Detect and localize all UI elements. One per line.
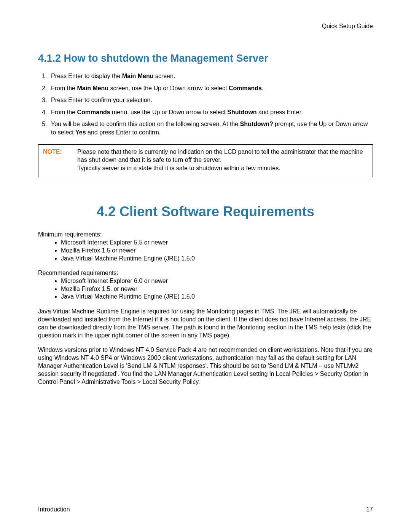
rec-requirements-list: Microsoft Internet Explorer 6.0 or newer…	[38, 277, 373, 301]
paragraph-windows: Windows versions prior to Windows NT 4.0…	[38, 346, 373, 386]
min-requirements-list: Microsoft Internet Explorer 5.5 or newer…	[38, 239, 373, 262]
footer-page-number: 17	[366, 506, 373, 513]
min-requirements-label: Minimum requirements:	[38, 231, 373, 238]
step-item: Press Enter to confirm your selection.	[49, 96, 373, 104]
paragraph-jre: Java Virtual Machine Runtime Engine is r…	[38, 308, 373, 339]
note-text: Please note that there is currently no i…	[77, 148, 368, 173]
footer-left: Introduction	[38, 506, 70, 513]
list-item: Mozilla Firefox 1.5. or newer	[61, 285, 373, 293]
step-item: From the Commands menu, use the Up or Do…	[49, 108, 373, 117]
list-item: Microsoft Internet Explorer 6.0 or newer	[61, 277, 373, 285]
note-label: NOTE:	[43, 148, 77, 156]
heading-4-2: 4.2 Client Software Requirements	[38, 204, 373, 220]
document-page: Quick Setup Guide 4.1.2 How to shutdown …	[0, 0, 411, 532]
page-footer: Introduction 17	[38, 506, 373, 513]
shutdown-steps-list: Press Enter to display the Main Menu scr…	[38, 72, 373, 137]
rec-requirements-label: Recommended requirements:	[38, 270, 373, 276]
heading-4-1-2: 4.1.2 How to shutdown the Management Ser…	[38, 53, 373, 64]
step-item: From the Main Menu screen, use the Up or…	[49, 84, 373, 93]
list-item: Mozilla Firefox 1.5 or newer	[61, 247, 373, 255]
step-item: Press Enter to display the Main Menu scr…	[49, 72, 373, 80]
note-box: NOTE: Please note that there is currentl…	[38, 144, 373, 177]
page-header-right: Quick Setup Guide	[38, 23, 373, 30]
list-item: Java Virtual Machine Runtime Engine (JRE…	[61, 255, 373, 263]
list-item: Microsoft Internet Explorer 5.5 or newer	[61, 239, 373, 247]
step-item: You will be asked to confirm this action…	[49, 120, 373, 136]
list-item: Java Virtual Machine Runtime Engine (JRE…	[61, 293, 373, 301]
